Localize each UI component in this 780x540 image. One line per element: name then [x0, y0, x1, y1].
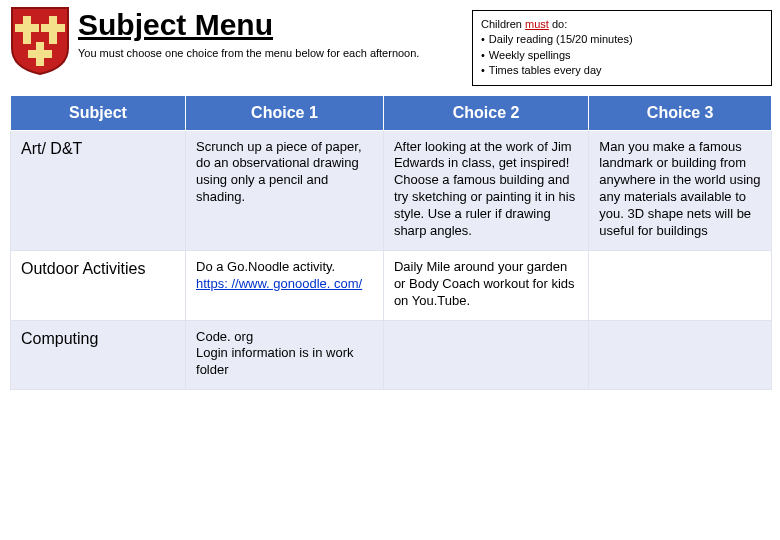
- header-choice3: Choice 3: [589, 96, 772, 131]
- must-do-bullet: Daily reading (15/20 minutes): [481, 32, 763, 47]
- header-row: Subject Menu You must choose one choice …: [10, 6, 772, 86]
- cell-choice3: Man you make a famous landmark or buildi…: [589, 130, 772, 250]
- must-do-bullet-text: Weekly spellings: [489, 48, 571, 63]
- cell-subject: Art/ D&T: [11, 130, 186, 250]
- must-do-prefix: Children: [481, 18, 525, 30]
- table-row: Art/ D&T Scrunch up a piece of paper, do…: [11, 130, 772, 250]
- must-do-bullet-text: Times tables every day: [489, 63, 602, 78]
- svg-rect-3: [41, 24, 65, 32]
- cell-choice1: Scrunch up a piece of paper, do an obser…: [186, 130, 384, 250]
- table-row: Outdoor Activities Do a Go.Noodle activi…: [11, 250, 772, 320]
- cell-subject: Computing: [11, 320, 186, 390]
- cell-choice2: After looking at the work of Jim Edwards…: [383, 130, 588, 250]
- page-subtitle: You must choose one choice from the menu…: [78, 47, 438, 61]
- must-do-box: Children must do: Daily reading (15/20 m…: [472, 10, 772, 86]
- must-do-bullet: Times tables every day: [481, 63, 763, 78]
- cell-subject: Outdoor Activities: [11, 250, 186, 320]
- cell-choice1-text: Do a Go.Noodle activity.: [196, 259, 335, 274]
- table-row: Computing Code. org Login information is…: [11, 320, 772, 390]
- cell-choice2: [383, 320, 588, 390]
- title-block: Subject Menu You must choose one choice …: [78, 6, 464, 61]
- header-choice2: Choice 2: [383, 96, 588, 131]
- cell-choice3: [589, 250, 772, 320]
- svg-rect-1: [15, 24, 39, 32]
- table-header-row: Subject Choice 1 Choice 2 Choice 3: [11, 96, 772, 131]
- cell-choice2: Daily Mile around your garden or Body Co…: [383, 250, 588, 320]
- header-choice1: Choice 1: [186, 96, 384, 131]
- must-do-bullet-text: Daily reading (15/20 minutes): [489, 32, 633, 47]
- cell-choice3: [589, 320, 772, 390]
- must-do-keyword: must: [525, 18, 549, 30]
- svg-rect-5: [28, 50, 52, 58]
- subject-menu-table: Subject Choice 1 Choice 2 Choice 3 Art/ …: [10, 96, 772, 391]
- cell-choice1: Do a Go.Noodle activity. https: //www. g…: [186, 250, 384, 320]
- school-crest-icon: [10, 6, 70, 76]
- must-do-bullet: Weekly spellings: [481, 48, 763, 63]
- gonoodle-link[interactable]: https: //www. gonoodle. com/: [196, 276, 362, 291]
- must-do-suffix: do:: [549, 18, 567, 30]
- must-do-intro: Children must do:: [481, 17, 763, 32]
- cell-choice1: Code. org Login information is in work f…: [186, 320, 384, 390]
- header-subject: Subject: [11, 96, 186, 131]
- page-title: Subject Menu: [78, 8, 464, 41]
- slide: Subject Menu You must choose one choice …: [0, 0, 780, 540]
